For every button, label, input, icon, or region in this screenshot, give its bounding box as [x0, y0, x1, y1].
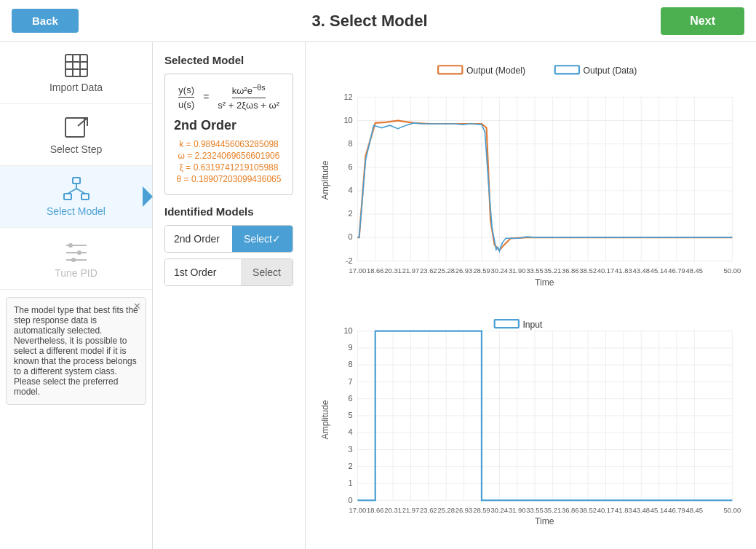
y-bot-0: 0: [349, 496, 353, 505]
active-arrow: [143, 186, 153, 207]
sidebar-item-select-model[interactable]: Select Model: [0, 166, 152, 228]
select-2nd-order-button[interactable]: Select✓: [232, 226, 293, 252]
formula-equals: =: [203, 91, 209, 103]
y-bot-7: 7: [349, 377, 353, 386]
sidebar-item-select-step[interactable]: Select Step: [0, 104, 152, 166]
bx-2528: 25.28: [437, 506, 455, 514]
sidebar-item-tune-pid-label: Tune PID: [55, 267, 98, 279]
y-tick--2: -2: [346, 256, 353, 265]
model-order-title: 2nd Order: [174, 118, 284, 133]
main-layout: Import Data Select Step Select Model: [0, 42, 756, 549]
formula-display: y(s) u(s) = kω²e−θs s² + 2ξωs + ω²: [174, 83, 284, 111]
svg-rect-0: [65, 55, 87, 76]
page-title: 3. Select Model: [79, 12, 661, 31]
svg-line-12: [76, 189, 85, 194]
next-button[interactable]: Next: [661, 7, 744, 35]
param-xi: ξ = 0.6319741219105988: [174, 162, 284, 173]
bx-2859: 28.59: [473, 506, 490, 514]
x-tick-4017: 40.17: [597, 266, 615, 274]
info-box-text: The model type that best fits the step r…: [14, 305, 138, 397]
x-axis-title-top: Time: [535, 277, 554, 288]
bx-2362: 23.62: [420, 506, 437, 514]
bx-3024: 30.24: [491, 506, 509, 514]
top-bar: Back 3. Select Model Next: [0, 0, 756, 42]
network-icon: [63, 176, 89, 202]
sidebar: Import Data Select Step Select Model: [0, 42, 153, 549]
select-1st-order-button[interactable]: Select: [241, 259, 293, 285]
param-omega: ω = 2.2324069656601906: [174, 151, 284, 161]
bx-1700: 17.00: [349, 506, 367, 514]
formula-right-num: kω²e−θs: [232, 83, 266, 98]
y-tick-0: 0: [349, 232, 353, 241]
bx-2197: 21.97: [402, 506, 420, 514]
x-tick-2197: 21.97: [402, 266, 420, 274]
y-bot-10: 10: [343, 326, 352, 335]
back-button[interactable]: Back: [12, 9, 79, 33]
x-tick-2859: 28.59: [473, 266, 490, 274]
bx-2031: 20.31: [384, 506, 402, 514]
x-tick-2031: 20.31: [384, 266, 402, 274]
svg-point-16: [68, 243, 73, 248]
x-tick-2693: 26.93: [455, 266, 473, 274]
model-label-1st-order: 1st Order: [165, 259, 241, 285]
sidebar-item-tune-pid: Tune PID: [0, 228, 152, 290]
bx-4183: 41.83: [615, 506, 632, 514]
bx-1866: 18.66: [367, 506, 384, 514]
x-tick-3521: 35.21: [544, 266, 562, 274]
x-tick-4679: 46.79: [668, 266, 685, 274]
bx-2693: 26.93: [455, 506, 473, 514]
y-tick-2: 2: [349, 209, 353, 218]
y-bot-2: 2: [349, 462, 353, 470]
bx-4514: 45.14: [650, 506, 668, 514]
legend-output-model: Output (Model): [466, 66, 525, 76]
bx-3521: 35.21: [544, 506, 562, 514]
svg-point-17: [77, 250, 81, 255]
model-formula-box: y(s) u(s) = kω²e−θs s² + 2ξωs + ω² 2nd O…: [164, 74, 293, 195]
svg-rect-19: [438, 66, 462, 74]
x-tick-3852: 38.52: [579, 266, 597, 274]
y-bot-5: 5: [349, 411, 353, 419]
y-tick-4: 4: [349, 186, 353, 194]
sidebar-item-import-data-label: Import Data: [49, 82, 103, 93]
y-tick-10: 10: [343, 116, 352, 125]
legend-input: Input: [522, 320, 543, 330]
y-bot-6: 6: [349, 394, 353, 403]
y-bot-4: 4: [349, 428, 353, 437]
formula-left-den: u(s): [178, 98, 194, 110]
top-chart-svg: Output (Model) Output (Data): [317, 48, 744, 304]
sliders-icon: [63, 238, 89, 264]
svg-line-6: [78, 118, 87, 126]
y-bot-1: 1: [349, 478, 353, 487]
y-tick-6: 6: [349, 162, 353, 171]
model-output-line: [357, 121, 732, 250]
x-tick-4348: 43.48: [632, 266, 650, 274]
x-tick-1866: 18.66: [367, 266, 384, 274]
svg-rect-20: [555, 66, 579, 74]
model-row-2nd-order: 2nd Order Select✓: [164, 225, 293, 253]
data-output-line: [357, 123, 732, 251]
close-icon[interactable]: ✕: [133, 301, 141, 312]
bottom-chart-svg: Input: [317, 307, 744, 540]
bx-4679: 46.79: [668, 506, 685, 514]
x-tick-3686: 36.86: [562, 266, 579, 274]
x-tick-2362: 23.62: [420, 266, 437, 274]
formula-left-num: y(s): [178, 84, 194, 98]
x-tick-3355: 33.55: [526, 266, 544, 274]
param-theta: θ = 0.18907203099436065: [174, 174, 284, 184]
y-tick-12: 12: [343, 92, 352, 101]
bx-3852: 38.52: [579, 506, 597, 514]
table-icon: [63, 52, 89, 79]
y-axis-title-top: Amplitude: [321, 160, 331, 200]
x-tick-2528: 25.28: [437, 266, 455, 274]
param-k: k = 0.9894456063285098: [174, 139, 284, 149]
x-tick-3190: 31.90: [509, 266, 526, 274]
x-tick-4845: 48.45: [686, 266, 704, 274]
bx-3190: 31.90: [509, 506, 526, 514]
left-panel: Selected Model y(s) u(s) = kω²e−θs s² + …: [153, 42, 306, 549]
x-axis-title-bottom: Time: [535, 516, 554, 526]
y-axis-title-bottom: Amplitude: [321, 400, 331, 439]
svg-rect-50: [495, 320, 519, 328]
sidebar-item-import-data[interactable]: Import Data: [0, 42, 152, 104]
top-chart-container: Output (Model) Output (Data): [317, 48, 744, 304]
model-row-1st-order: 1st Order Select: [164, 258, 293, 286]
